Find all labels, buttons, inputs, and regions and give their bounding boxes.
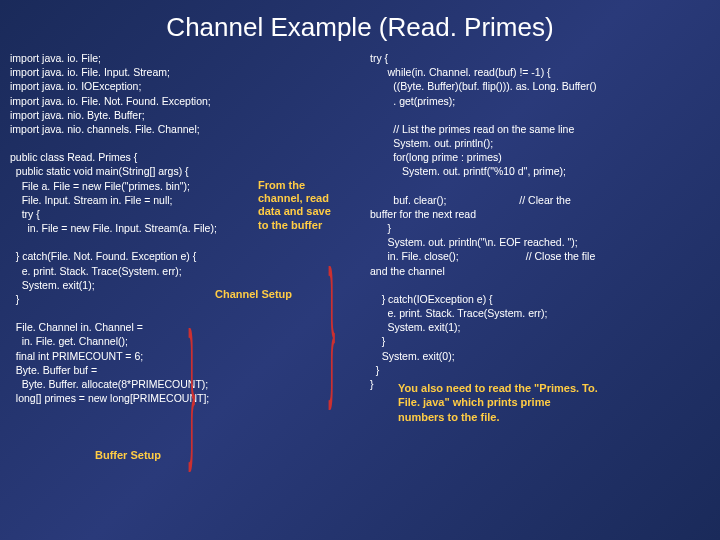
code-right: try { while(in. Channel. read(buf) != -1… — [370, 51, 710, 391]
annotation-channel-setup: Channel Setup — [215, 288, 292, 301]
brace-channel: } — [328, 222, 335, 430]
annotation-buffer-setup: Buffer Setup — [95, 449, 161, 462]
code-column-right: try { while(in. Channel. read(buf) != -1… — [370, 51, 710, 391]
footer-note: You also need to read the "Primes. To. F… — [398, 381, 598, 424]
page-title: Channel Example (Read. Primes) — [0, 0, 720, 51]
brace-buffer: } — [188, 284, 195, 492]
annotation-from-buffer: From the channel, read data and save to … — [258, 179, 331, 232]
